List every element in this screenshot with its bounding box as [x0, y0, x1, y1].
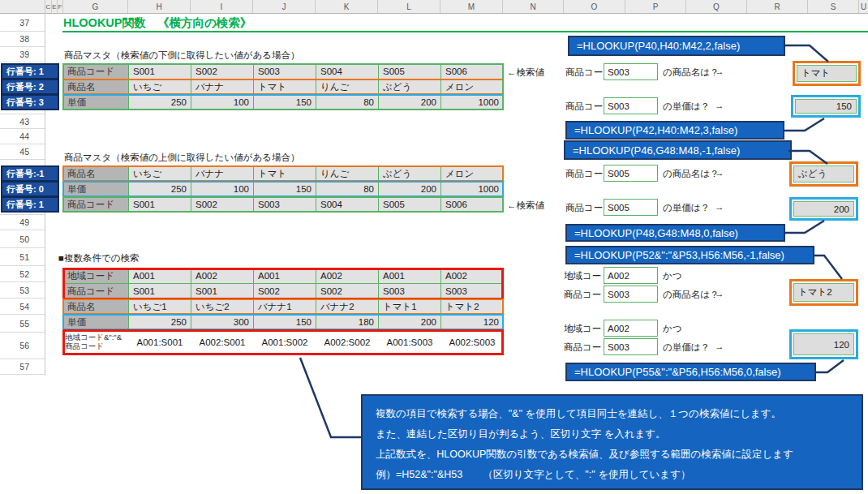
table-cell[interactable]: 250 — [128, 94, 191, 110]
result-cell[interactable]: トマト2 — [789, 279, 858, 306]
table-cell[interactable]: S002 — [253, 283, 316, 299]
column-header[interactable]: U — [858, 0, 868, 13]
table-cell[interactable]: S003 — [253, 196, 316, 213]
row-header[interactable]: 57 — [0, 359, 45, 375]
row-header[interactable]: 37 — [0, 14, 45, 32]
result-cell[interactable]: 120 — [789, 329, 858, 359]
table-cell[interactable]: S001 — [128, 196, 191, 213]
table-cell[interactable]: 180 — [316, 314, 379, 330]
table-cell[interactable]: S003 — [440, 283, 504, 299]
table-cell[interactable]: 250 — [128, 181, 191, 197]
column-header[interactable]: F — [57, 0, 62, 13]
result-cell[interactable]: トマト — [793, 61, 861, 86]
table-cell[interactable]: 150 — [253, 94, 316, 110]
result-cell[interactable]: ぶどう — [789, 161, 858, 187]
table-cell[interactable]: S001 — [191, 283, 254, 299]
table-cell[interactable]: 1000 — [440, 181, 504, 197]
column-header[interactable]: R — [746, 0, 807, 13]
table-cell[interactable]: バナナ1 — [253, 299, 316, 315]
row-header[interactable]: 56 — [0, 333, 45, 359]
table-cell[interactable]: S002 — [316, 283, 379, 299]
column-header[interactable]: I — [190, 0, 252, 13]
table-cell[interactable]: バナナ2 — [316, 299, 379, 315]
row-header[interactable]: 55 — [0, 315, 45, 333]
table-cell[interactable]: いちご2 — [191, 299, 254, 315]
table-cell[interactable]: いちご — [128, 165, 191, 182]
column-header[interactable]: E — [51, 0, 57, 13]
table-cell[interactable]: 200 — [378, 181, 441, 197]
column-header[interactable]: S — [807, 0, 858, 13]
table-cell[interactable]: いちご — [128, 79, 191, 95]
table-cell[interactable]: いちご1 — [128, 299, 191, 315]
explanation-note[interactable]: 複数の項目で検索する場合、"&" を使用して項目同士を連結し、１つの検索値にしま… — [361, 394, 863, 490]
table-cell[interactable]: A001 — [128, 268, 191, 284]
row-header[interactable]: 50 — [0, 230, 45, 248]
table-cell[interactable]: 80 — [316, 94, 379, 110]
table-cell[interactable]: A002:S001 — [191, 329, 254, 354]
table-cell[interactable]: りんご — [316, 79, 379, 95]
table-cell[interactable]: A001 — [378, 268, 441, 284]
row-number-badge[interactable]: 行番号:-1 — [1, 165, 59, 182]
formula-callout[interactable]: =HLOOKUP(P48,G48:M48,0,false) — [565, 224, 785, 242]
row-header[interactable]: 39 — [0, 47, 45, 62]
table-cell[interactable]: S002 — [191, 63, 254, 79]
result-cell[interactable]: 200 — [789, 197, 858, 221]
lookup-value-cell[interactable]: A002 — [604, 267, 658, 284]
table-cell[interactable]: S006 — [440, 63, 504, 79]
formula-callout[interactable]: =HLOOKUP(P55&":"&P56,H56:M56,0,false) — [565, 363, 816, 381]
column-header[interactable]: J — [252, 0, 315, 13]
table-cell[interactable]: トマト1 — [378, 299, 441, 315]
table-cell[interactable]: S003 — [253, 63, 316, 79]
row-label-cell[interactable]: 商品コード — [62, 63, 129, 79]
row-header[interactable]: 52 — [0, 266, 45, 282]
row-header[interactable]: 45 — [0, 144, 45, 160]
table-cell[interactable]: A001:S003 — [378, 329, 441, 354]
row-label-cell[interactable]: 商品コード — [62, 283, 129, 299]
row-label-cell[interactable]: 商品名 — [62, 299, 129, 315]
lookup-value-cell[interactable]: S003 — [604, 286, 658, 303]
row-number-badge[interactable]: 行番号: 0 — [1, 181, 59, 197]
table-cell[interactable]: A001:S001 — [128, 329, 191, 354]
column-header[interactable]: Q — [685, 0, 746, 13]
row-label-cell[interactable]: 商品名 — [62, 79, 129, 95]
table-cell[interactable]: S001 — [128, 63, 191, 79]
row-number-badge[interactable]: 行番号: 1 — [1, 63, 59, 79]
row-label-cell[interactable]: 単価 — [62, 181, 129, 197]
lookup-value-cell[interactable]: A002 — [604, 320, 658, 337]
table-cell[interactable]: 150 — [253, 314, 316, 330]
lookup-value-cell[interactable]: S003 — [604, 338, 658, 355]
table-cell[interactable]: 120 — [440, 314, 504, 330]
table-cell[interactable]: ぶどう — [378, 79, 441, 95]
row-label-cell[interactable]: 地域コード&":"&商品コード — [62, 329, 129, 354]
row-header[interactable]: 49 — [0, 214, 45, 230]
table-cell[interactable]: S002 — [191, 196, 254, 213]
lookup-value-cell[interactable]: S005 — [604, 165, 658, 182]
column-header[interactable]: L — [377, 0, 440, 13]
column-header[interactable]: O — [563, 0, 625, 13]
row-label-cell[interactable]: 商品名 — [62, 165, 129, 182]
row-label-cell[interactable]: 単価 — [62, 314, 129, 330]
table-cell[interactable]: A001 — [253, 268, 316, 284]
row-number-badge[interactable]: 行番号: 1 — [1, 196, 59, 213]
table-cell[interactable]: 1000 — [440, 94, 504, 110]
formula-callout[interactable]: =HLOOKUP(P42,H40:M42,3,false) — [565, 121, 784, 140]
table-cell[interactable]: S006 — [440, 196, 504, 213]
table-cell[interactable]: トマト2 — [440, 299, 504, 315]
table-cell[interactable]: バナナ — [191, 79, 254, 95]
row-header[interactable]: 44 — [0, 129, 45, 144]
column-header[interactable]: K — [315, 0, 377, 13]
table-cell[interactable]: A002 — [440, 268, 504, 284]
row-label-cell[interactable]: 商品コード — [62, 196, 129, 213]
lookup-value-cell[interactable]: S005 — [604, 199, 658, 216]
formula-callout[interactable]: =HLOOKUP(P40,H40:M42,2,false) — [568, 36, 785, 56]
row-number-badge[interactable]: 行番号: 3 — [1, 94, 59, 110]
table-cell[interactable]: 150 — [253, 181, 316, 197]
formula-callout[interactable]: =HLOOKUP(P52&":"&P53,H56:M56,-1,false) — [565, 246, 814, 264]
lookup-value-cell[interactable]: S003 — [604, 97, 658, 114]
table-cell[interactable]: 100 — [191, 181, 254, 197]
table-cell[interactable]: トマト — [253, 165, 316, 182]
table-cell[interactable]: S005 — [378, 63, 441, 79]
formula-callout[interactable]: =HLOOKUP(P46,G48:M48,-1,false) — [564, 140, 792, 160]
row-label-cell[interactable]: 単価 — [62, 94, 129, 110]
row-header[interactable]: 51 — [0, 248, 45, 266]
